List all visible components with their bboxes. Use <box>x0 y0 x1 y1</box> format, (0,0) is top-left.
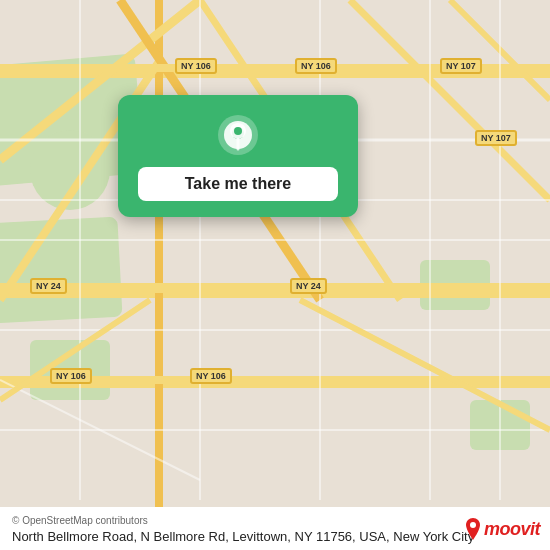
road-sign-s7: NY 106 <box>190 368 232 384</box>
road-sign-s8: NY 106 <box>50 368 92 384</box>
location-pin-icon <box>216 113 260 157</box>
park-area <box>420 260 490 310</box>
navigation-card: Take me there <box>118 95 358 217</box>
address-text: North Bellmore Road, N Bellmore Rd, Levi… <box>12 529 538 544</box>
map-attribution: © OpenStreetMap contributors <box>12 515 538 526</box>
svg-point-25 <box>234 127 242 135</box>
moovit-brand-text: moovit <box>484 519 540 540</box>
road-sign-s1: NY 106 <box>175 58 217 74</box>
moovit-logo: moovit <box>464 518 540 540</box>
park-area <box>470 400 530 450</box>
road-sign-s3: NY 107 <box>440 58 482 74</box>
svg-point-26 <box>470 522 476 528</box>
moovit-pin-icon <box>464 518 482 540</box>
map-container: NY 106NY 106NY 107NY 107NY 24NY 24NY 106… <box>0 0 550 550</box>
road-sign-s6: NY 24 <box>290 278 327 294</box>
road-sign-s4: NY 107 <box>475 130 517 146</box>
road-ny24 <box>0 288 550 298</box>
park-area <box>0 217 123 324</box>
park-area <box>30 130 110 210</box>
take-me-there-button[interactable]: Take me there <box>138 167 338 201</box>
road-sign-s5: NY 24 <box>30 278 67 294</box>
road-vertical <box>155 0 163 550</box>
road-sign-s2: NY 106 <box>295 58 337 74</box>
attribution-text: © OpenStreetMap contributors <box>12 515 148 526</box>
